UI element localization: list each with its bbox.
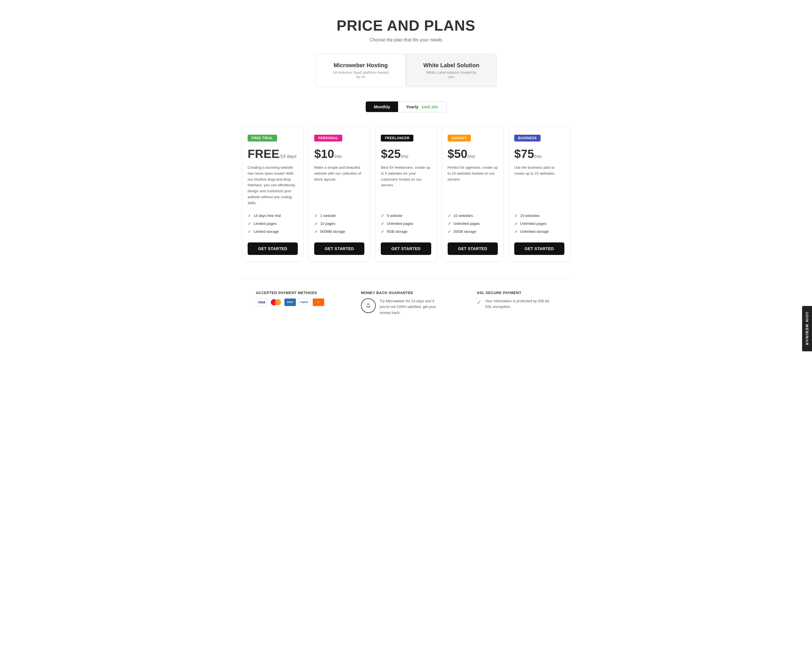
plan-feature: ✓ Unlimited pages <box>514 220 564 228</box>
plan-period: /mo <box>467 154 475 159</box>
plan-period: /mo <box>334 154 342 159</box>
feature-text: 10 pages <box>320 221 335 226</box>
plan-price-personal: $10/mo <box>314 147 364 161</box>
feature-text: Limited storage <box>253 229 279 234</box>
hosting-selector: Microweber Hosting All inclusive SaaS pl… <box>242 54 570 87</box>
plan-amount: $75 <box>514 147 534 160</box>
plan-feature: ✓ 1 website <box>314 212 364 220</box>
plan-feature: ✓ 15 websites <box>514 212 564 220</box>
check-icon: ✓ <box>448 213 451 218</box>
check-icon: ✓ <box>381 221 385 226</box>
plan-feature: ✓ 5 website <box>381 212 431 220</box>
plan-features-agency: ✓ 10 websites ✓ Unlimited pages ✓ 20GB s… <box>448 212 498 236</box>
check-icon: ✓ <box>381 213 385 218</box>
payment-icon-paypal: PayPal <box>298 298 310 306</box>
plan-price-agency: $50/mo <box>448 147 498 161</box>
footer-section: ACCEPTED PAYMENT METHODS VISA AMEX PayPa… <box>242 279 570 316</box>
plan-features-business: ✓ 15 websites ✓ Unlimited pages ✓ Unlimi… <box>514 212 564 236</box>
plan-period: /14 days <box>279 154 297 159</box>
plan-price-free-trial: FREE/14 days <box>248 147 298 161</box>
billing-yearly-label: Yearly <box>406 104 418 109</box>
hosting-option-whitelabel[interactable]: White Label Solution White Label solutio… <box>406 54 497 87</box>
plan-feature: ✓ 10 pages <box>314 220 364 228</box>
payment-icon-diners: D <box>312 298 324 306</box>
plan-feature: ✓ Unlimited storage <box>514 228 564 236</box>
plan-features-freelancer: ✓ 5 website ✓ Unlimited pages ✓ 5GB stor… <box>381 212 431 236</box>
feature-text: 10 websites <box>453 213 473 218</box>
feature-text: Unlimited pages <box>520 221 547 226</box>
plan-feature: ✓ Limited pages <box>248 220 298 228</box>
plan-description-personal: Make a simple and beautiful website with… <box>314 165 364 206</box>
billing-monthly-button[interactable]: Monthly <box>366 101 398 112</box>
plan-price-business: $75/mo <box>514 147 564 161</box>
check-icon: ✓ <box>314 229 318 234</box>
get-started-button-free-trial[interactable]: GET STARTED <box>248 243 298 255</box>
ssl-text: Your information is protected by 256-bit… <box>485 298 556 310</box>
plan-badge-free-trial: FREE TRIAL <box>248 135 277 142</box>
hosting-option-whitelabel-title: White Label Solution <box>423 62 480 69</box>
feature-text: 5 website <box>387 213 402 218</box>
feature-text: 1 website <box>320 213 336 218</box>
plan-feature: ✓ Limited storage <box>248 228 298 236</box>
get-started-button-personal[interactable]: GET STARTED <box>314 243 364 255</box>
payment-icon-mastercard <box>270 298 282 306</box>
check-icon: ✓ <box>514 229 518 234</box>
feature-text: Unlimited pages <box>387 221 413 226</box>
check-icon: ✓ <box>314 221 318 226</box>
ssl-title: SSL SECURE PAYMENT <box>477 291 556 295</box>
money-back-text: Try Microweber for 14 days and if you're… <box>380 298 440 316</box>
plan-feature: ✓ 20GB storage <box>448 228 498 236</box>
check-icon: ✓ <box>514 221 518 226</box>
plan-feature: ✓ 500MB storage <box>314 228 364 236</box>
plan-amount: FREE <box>248 147 279 160</box>
billing-toggle: Monthly Yearly SAVE 20% <box>242 101 570 112</box>
plans-grid: FREE TRIAL FREE/14 days Creating a stunn… <box>242 126 570 262</box>
plan-description-agency: Perfect for agencies, create up to 10 we… <box>448 165 498 206</box>
feature-text: Limited pages <box>253 221 276 226</box>
plan-description-free-trial: Creating a stunning website has never be… <box>248 165 298 206</box>
plan-period: /mo <box>401 154 408 159</box>
plan-card-freelancer: FREELANCER $25/mo Best for freelancers, … <box>375 126 437 262</box>
billing-save-badge: SAVE 20% <box>421 105 438 109</box>
plan-feature: ✓ Unlimited pages <box>448 220 498 228</box>
payment-icon-visa: VISA <box>256 298 268 306</box>
get-started-button-business[interactable]: GET STARTED <box>514 243 564 255</box>
check-icon: ✓ <box>381 229 385 234</box>
plan-description-freelancer: Best for freelancers, create up to 5 web… <box>381 165 431 206</box>
money-back-title: MONEY BACK GUARANTEE <box>361 291 440 295</box>
plan-card-personal: PERSONAL $10/mo Make a simple and beauti… <box>308 126 370 262</box>
plan-feature: ✓ 5GB storage <box>381 228 431 236</box>
billing-yearly-button[interactable]: Yearly SAVE 20% <box>398 101 446 112</box>
check-icon: ✓ <box>248 229 251 234</box>
ssl-block: SSL SECURE PAYMENT ✓ Your information is… <box>477 291 556 310</box>
money-back-block: MONEY BACK GUARANTEE 14 Day Try Microweb… <box>361 291 440 316</box>
plan-card-agency: AGENCY $50/mo Perfect for agencies, crea… <box>442 126 504 262</box>
check-icon: ✓ <box>314 213 318 218</box>
join-webinar-button[interactable]: JOIN WEBINAR <box>802 306 812 327</box>
plan-card-business: BUSINESS $75/mo Use the business plan to… <box>508 126 570 262</box>
feature-text: 20GB storage <box>453 229 476 234</box>
feature-text: Unlimited storage <box>520 229 549 234</box>
plan-price-freelancer: $25/mo <box>381 147 431 161</box>
hosting-option-microweber[interactable]: Microweber Hosting All inclusive SaaS pl… <box>315 54 406 87</box>
plan-amount: $50 <box>448 147 467 160</box>
plan-period: /mo <box>534 154 542 159</box>
plan-badge-agency: AGENCY <box>448 135 471 142</box>
plan-badge-personal: PERSONAL <box>314 135 342 142</box>
get-started-button-freelancer[interactable]: GET STARTED <box>381 243 431 255</box>
get-started-button-agency[interactable]: GET STARTED <box>448 243 498 255</box>
page-title: PRICE AND PLANS <box>242 17 570 34</box>
hosting-option-microweber-desc: All inclusive SaaS platform hosted by us <box>332 70 389 79</box>
money-back-day-label: Day <box>366 306 371 308</box>
plan-feature: ✓ Unlimited pages <box>381 220 431 228</box>
hosting-option-whitelabel-desc: White Label solution hosted by you <box>423 70 480 79</box>
check-icon: ✓ <box>514 213 518 218</box>
payment-icons: VISA AMEX PayPal D <box>256 298 324 306</box>
plan-description-business: Use the business plan to create up to 15… <box>514 165 564 206</box>
plan-features-personal: ✓ 1 website ✓ 10 pages ✓ 500MB storage <box>314 212 364 236</box>
ssl-checkmark-icon: ✓ <box>477 299 482 306</box>
plan-badge-freelancer: FREELANCER <box>381 135 413 142</box>
check-icon: ✓ <box>448 221 451 226</box>
plan-amount: $25 <box>381 147 401 160</box>
plan-card-free-trial: FREE TRIAL FREE/14 days Creating a stunn… <box>242 126 304 262</box>
